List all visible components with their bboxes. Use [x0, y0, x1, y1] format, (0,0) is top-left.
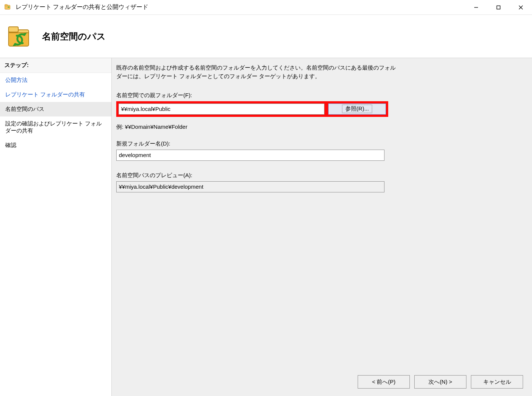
wizard-app-icon	[4, 3, 13, 12]
step-publish-method[interactable]: 公開方法	[0, 73, 111, 87]
namespace-path-preview: ¥¥miya.local¥Public¥development	[116, 181, 384, 192]
step-confirmation: 確認	[0, 138, 111, 153]
svg-rect-7	[9, 27, 18, 32]
wizard-header-icon	[4, 20, 36, 52]
new-folder-name-input[interactable]	[116, 150, 384, 161]
parent-folder-input[interactable]	[118, 103, 324, 115]
preview-value: ¥¥miya.local¥Public¥development	[119, 183, 203, 190]
parent-folder-label: 名前空間での親フォルダー(F):	[116, 92, 522, 99]
preview-label: 名前空間パスのプレビュー(A):	[116, 172, 522, 179]
step-review-settings: 設定の確認およびレプリケート フォルダーの共有	[0, 116, 111, 138]
maximize-button[interactable]	[487, 0, 510, 15]
svg-rect-1	[5, 4, 7, 6]
example-text: 例: ¥¥Domain¥Name¥Folder	[116, 124, 522, 131]
window-title: レプリケート フォルダーの共有と公開ウィザード	[16, 3, 465, 11]
steps-sidebar: ステップ: 公開方法 レプリケート フォルダーの共有 名前空間のパス 設定の確認…	[0, 58, 112, 396]
new-folder-name-label: 新規フォルダー名(D):	[116, 140, 522, 147]
wizard-footer-buttons: < 前へ(P) 次へ(N) > キャンセル	[358, 375, 523, 389]
wizard-page-title: 名前空間のパス	[42, 31, 106, 42]
browse-button[interactable]: 参照(R)...	[328, 103, 386, 115]
wizard-content: 既存の名前空間および作成する名前空間のフォルダーを入力してください。名前空間のパ…	[112, 58, 532, 396]
parent-folder-highlight: 参照(R)...	[116, 101, 388, 117]
cancel-button[interactable]: キャンセル	[471, 375, 523, 389]
close-button[interactable]	[510, 0, 532, 15]
instruction-text: 既存の名前空間および作成する名前空間のフォルダーを入力してください。名前空間のパ…	[116, 63, 399, 81]
browse-button-label: 参照(R)...	[342, 105, 372, 113]
next-button[interactable]: 次へ(N) >	[414, 375, 466, 389]
svg-rect-3	[497, 6, 500, 9]
step-namespace-path[interactable]: 名前空間のパス	[0, 102, 111, 116]
wizard-header: 名前空間のパス	[0, 15, 532, 58]
window-controls	[465, 0, 532, 15]
previous-button[interactable]: < 前へ(P)	[358, 375, 410, 389]
minimize-button[interactable]	[465, 0, 487, 15]
steps-heading: ステップ:	[0, 58, 111, 73]
titlebar: レプリケート フォルダーの共有と公開ウィザード	[0, 0, 532, 15]
step-share-replicated-folder[interactable]: レプリケート フォルダーの共有	[0, 87, 111, 102]
